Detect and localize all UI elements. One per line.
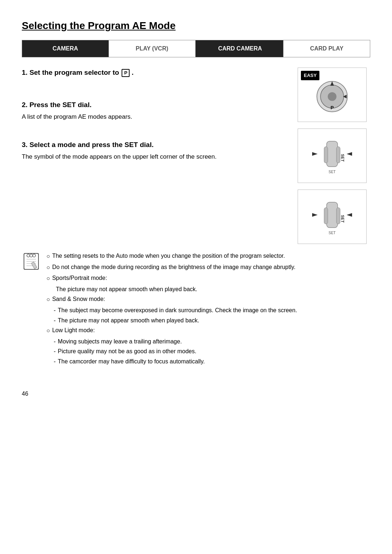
note-section: ○ The setting resets to the Auto mode wh… (22, 251, 370, 367)
step-2: 2. Press the SET dial. A list of the pro… (22, 100, 289, 122)
tab-camera[interactable]: CAMERA (22, 40, 109, 57)
easy-badge: EASY (301, 71, 319, 80)
step1-image: EASY P (298, 68, 367, 122)
svg-rect-6 (327, 141, 338, 167)
svg-rect-15 (336, 208, 340, 224)
step3-set-svg: SET SET (307, 195, 358, 239)
dial-svg: P (312, 75, 352, 115)
step1-title: Set the program selector to (29, 69, 119, 76)
svg-point-2 (328, 92, 336, 101)
right-column: EASY P SET (298, 68, 370, 244)
svg-marker-17 (312, 213, 318, 217)
note-item-4: ○ Sand & Snow mode: (46, 294, 370, 304)
page-number-area: 46 (22, 389, 370, 399)
p-label: P (122, 69, 130, 77)
main-content: 1. Set the program selector to P . 2. Pr… (22, 68, 370, 244)
step3-image: SET SET (298, 190, 367, 244)
svg-text:SET: SET (340, 215, 345, 223)
step1-number: 1. (22, 69, 29, 76)
sub-item-2: - The subject may become overexposed in … (54, 306, 370, 315)
step2-title: 2. Press the SET dial. (22, 100, 289, 110)
step3-body: The symbol of the mode appears on the up… (22, 152, 289, 162)
left-column: 1. Set the program selector to P . 2. Pr… (22, 68, 289, 244)
note-item-1: ○ The setting resets to the Auto mode wh… (46, 251, 370, 261)
step2-set-svg: SET SET (307, 134, 358, 178)
note-item-2: ○ Do not change the mode during recordin… (46, 262, 370, 272)
svg-text:SET: SET (328, 231, 335, 235)
tab-play-vcr[interactable]: PLAY (VCR) (109, 40, 196, 57)
step-3: 3. Select a mode and press the SET dial.… (22, 140, 289, 162)
sub-item-6: - The camcorder may have difficulty to f… (54, 357, 370, 366)
svg-marker-18 (347, 213, 352, 217)
sub-item-1: The picture may not appear smooth when p… (54, 285, 370, 294)
page-number: 46 (22, 391, 28, 397)
step3-title: 3. Select a mode and press the SET dial. (22, 140, 289, 150)
step-1: 1. Set the program selector to P . (22, 68, 289, 78)
sub-item-4: - Moving subjects may leave a trailing a… (54, 337, 370, 346)
tab-bar: CAMERA PLAY (VCR) CARD CAMERA CARD PLAY (22, 40, 370, 57)
sub-item-5: - Picture quality may not be as good as … (54, 347, 370, 356)
step2-body: A list of the program AE modes appears. (22, 112, 289, 122)
svg-rect-7 (324, 147, 328, 163)
svg-text:P: P (331, 105, 334, 110)
tab-card-camera[interactable]: CARD CAMERA (197, 40, 284, 57)
svg-text:SET: SET (328, 170, 335, 174)
note-list: ○ The setting resets to the Auto mode wh… (46, 251, 370, 367)
note-icon (22, 252, 41, 271)
page-title: Selecting the Program AE Mode (22, 18, 370, 33)
svg-marker-11 (347, 152, 352, 156)
svg-marker-10 (312, 152, 318, 156)
tab-card-play[interactable]: CARD PLAY (283, 40, 370, 57)
svg-text:SET: SET (340, 154, 345, 162)
note-item-3: ○ Sports/Portrait mode: (46, 273, 370, 283)
svg-rect-8 (336, 147, 340, 163)
svg-rect-14 (324, 208, 328, 224)
svg-rect-13 (327, 202, 338, 228)
sub-item-3: - The picture may not appear smooth when… (54, 316, 370, 325)
note-item-5: ○ Low Light mode: (46, 326, 370, 335)
step2-image: SET SET (298, 129, 367, 183)
